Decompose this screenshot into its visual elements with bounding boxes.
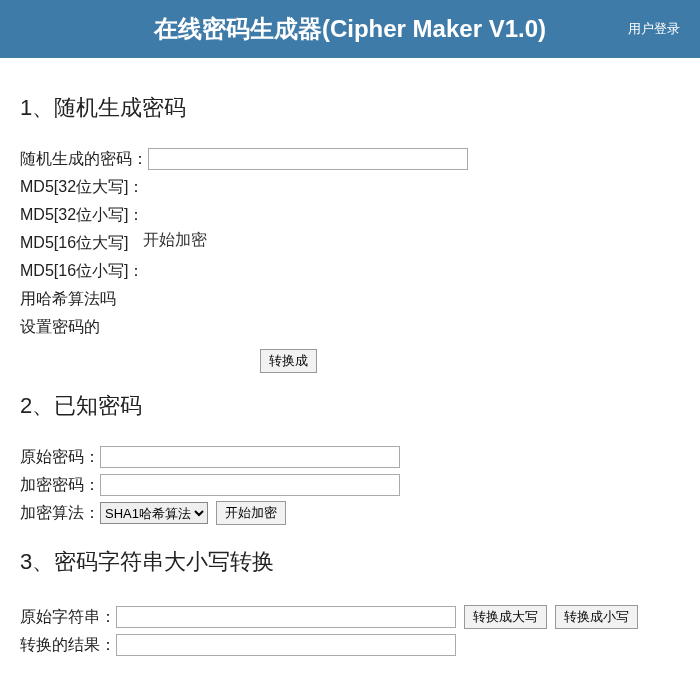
- label-hash: 用哈希算法吗: [20, 289, 116, 310]
- row-original-str: 原始字符串： 转换成大写 转换成小写: [20, 605, 680, 629]
- section2-title: 2、已知密码: [20, 391, 680, 421]
- label-md5-32a: MD5[32位大写]：: [20, 177, 144, 198]
- login-link[interactable]: 用户登录: [628, 20, 680, 38]
- row-generated: 随机生成的密码：: [20, 147, 680, 171]
- row-original-pwd: 原始密码：: [20, 445, 680, 469]
- encrypt-button-float[interactable]: 开始加密: [135, 226, 215, 250]
- row-md5-32b: MD5[32位小写]：: [20, 203, 680, 227]
- header-bar: 在线密码生成器(Cipher Maker V1.0) 用户登录: [0, 0, 700, 58]
- label-algorithm: 加密算法：: [20, 503, 100, 524]
- select-algorithm[interactable]: SHA1哈希算法: [100, 502, 208, 524]
- label-original-pwd: 原始密码：: [20, 447, 100, 468]
- row-hash: 用哈希算法吗: [20, 287, 680, 311]
- page-title: 在线密码生成器(Cipher Maker V1.0): [154, 13, 546, 45]
- label-encrypted-pwd: 加密密码：: [20, 475, 100, 496]
- convert-row: 转换成: [20, 343, 680, 379]
- label-result-str: 转换的结果：: [20, 635, 116, 656]
- row-algorithm: 加密算法： SHA1哈希算法 开始加密: [20, 501, 680, 525]
- label-md5-16b: MD5[16位小写]：: [20, 261, 144, 282]
- to-lower-button[interactable]: 转换成小写: [555, 605, 638, 629]
- row-md5-32a: MD5[32位大写]：: [20, 175, 680, 199]
- row-setpwd: 设置密码的: [20, 315, 680, 339]
- label-setpwd: 设置密码的: [20, 317, 100, 338]
- input-original-str[interactable]: [116, 606, 456, 628]
- convert-button[interactable]: 转换成: [260, 349, 317, 373]
- label-md5-16a: MD5[16位大写]：: [20, 233, 144, 254]
- row-encrypted-pwd: 加密密码：: [20, 473, 680, 497]
- input-original-pwd[interactable]: [100, 446, 400, 468]
- row-md5-16a: MD5[16位大写]：: [20, 231, 680, 255]
- section3-title: 3、密码字符串大小写转换: [20, 547, 680, 577]
- input-generated[interactable]: [148, 148, 468, 170]
- row-result-str: 转换的结果：: [20, 633, 680, 657]
- label-md5-32b: MD5[32位小写]：: [20, 205, 144, 226]
- encrypt-button[interactable]: 开始加密: [216, 501, 286, 525]
- label-original-str: 原始字符串：: [20, 607, 116, 628]
- input-encrypted-pwd[interactable]: [100, 474, 400, 496]
- to-upper-button[interactable]: 转换成大写: [464, 605, 547, 629]
- input-result-str[interactable]: [116, 634, 456, 656]
- section1-title: 1、随机生成密码: [20, 93, 680, 123]
- label-generated: 随机生成的密码：: [20, 149, 148, 170]
- row-md5-16b: MD5[16位小写]：: [20, 259, 680, 283]
- main-content: 1、随机生成密码 随机生成的密码： MD5[32位大写]： MD5[32位小写]…: [0, 58, 700, 657]
